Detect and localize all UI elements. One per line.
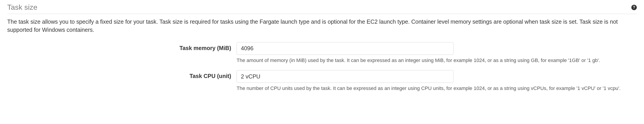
section-header: Task size ?	[7, 3, 637, 14]
task-cpu-row: Task CPU (unit) The number of CPU units …	[7, 70, 637, 92]
section-title: Task size	[7, 3, 37, 11]
section-description: The task size allows you to specify a fi…	[7, 17, 637, 34]
task-memory-row: Task memory (MiB) The amount of memory (…	[7, 42, 637, 64]
task-memory-field-wrap: The amount of memory (in MiB) used by th…	[236, 42, 637, 64]
task-cpu-help: The number of CPU units used by the task…	[236, 85, 637, 92]
task-cpu-field-wrap: The number of CPU units used by the task…	[236, 70, 637, 92]
task-memory-label: Task memory (MiB)	[7, 42, 236, 51]
task-cpu-input[interactable]	[236, 70, 454, 83]
task-memory-input[interactable]	[236, 42, 454, 55]
task-cpu-label: Task CPU (unit)	[7, 70, 236, 79]
task-memory-help: The amount of memory (in MiB) used by th…	[236, 57, 637, 64]
help-icon[interactable]: ?	[631, 5, 637, 10]
help-icon-glyph: ?	[633, 5, 635, 9]
